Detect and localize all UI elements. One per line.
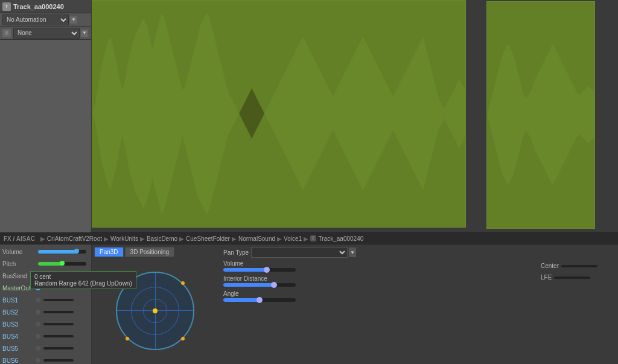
lfe-label: LFE [541,274,552,281]
volume-slider-thumb [264,267,270,273]
bus-send-row: BusSend 0dB [0,270,91,282]
tab-3d-positioning[interactable]: 3D Positioning [125,247,174,257]
volume-slider-fill [223,268,267,272]
bus3-slider[interactable] [43,323,74,325]
interior-dist-fill [223,283,274,287]
panner-marker-tl [126,281,129,285]
none-icon: ⊞ [2,29,11,37]
angle-slider-row [223,298,541,302]
center-slider[interactable] [561,265,597,267]
masterout-slider[interactable] [43,287,74,289]
bus3-dot[interactable] [36,322,40,327]
bus5-row: BUS5 [0,342,91,354]
center-controls: Pan3D 3D Positioning [92,244,218,364]
volume-slider-row [223,268,541,272]
breadcrumb-item-1: WorkUnits [110,235,138,242]
volume-slider[interactable] [38,250,86,254]
bus2-dot[interactable] [36,310,40,315]
pitch-thumb [60,261,65,266]
interior-dist-slider-bar[interactable] [223,283,296,287]
bus4-slider[interactable] [43,335,74,337]
waveform-svg-2 [487,2,594,228]
angle-slider-bar[interactable] [223,298,296,302]
pan-type-row: Pan Type ▼ [223,247,613,258]
waveform-area: aa000240.aif glass.wav [92,0,618,232]
bus1-label: BUS1 [2,297,36,304]
bus5-slider[interactable] [43,347,74,350]
right-panel: Pan Type ▼ Volume [218,244,618,364]
pitch-fill [38,262,62,266]
bus1-dot[interactable] [36,298,40,302]
breadcrumb-item-0: CriAtomCraftV2Root [47,235,102,242]
pan-type-dropdown-icon[interactable]: ▼ [349,247,356,257]
panner-marker-bl [126,337,129,340]
panner-dot[interactable] [153,308,158,313]
bus3-label: BUS3 [2,321,36,328]
bus4-label: BUS4 [2,333,36,340]
bus2-label: BUS2 [2,309,36,316]
lfe-slider[interactable] [554,276,590,279]
pan-type-label: Pan Type [223,249,249,256]
bus3-row: BUS3 [0,318,91,330]
track-icon: T [2,2,11,11]
bus-send-value: 0dB [37,273,46,279]
right-params: Volume Interior Distance [223,260,541,305]
masterout-label: MasterOut [2,285,36,292]
breadcrumb-item-5: Voice1 [284,235,302,242]
top-section: T Track_aa000240 No Automation ▼ ⊞ None … [0,0,618,232]
panner-circle[interactable] [116,272,194,350]
volume-slider-bar[interactable] [223,268,296,272]
bus-send-label: BusSend [2,273,36,279]
right-top: Volume Interior Distance [223,260,613,305]
automation-select[interactable]: No Automation [2,14,69,25]
track-name: Track_aa000240 [13,3,64,10]
volume-thumb [74,249,79,254]
track-content: aa000240.aif glass.wav [92,0,618,232]
clip-gap [467,0,485,232]
masterout-dot[interactable] [36,286,40,290]
pitch-row: Pitch 0 cent Random Range 642 (Drag UpDo… [0,258,91,270]
bus1-slider[interactable] [43,299,74,301]
pitch-label: Pitch [2,261,36,267]
none-select[interactable]: None [13,28,80,39]
interior-dist-slider-row [223,283,541,287]
waveform-clip-1[interactable]: aa000240.aif [92,0,466,228]
volume-fill [38,250,77,254]
left-panel: Volume Pitch 0 cent Random Range 642 (Dr… [0,244,92,364]
volume-param-name: Volume [223,260,541,267]
automation-dropdown-arrow[interactable]: ▼ [70,16,77,24]
bus1-row: BUS1 [0,294,91,306]
breadcrumb-item-2: BasicDemo [147,235,177,242]
panner-container[interactable] [94,260,216,362]
none-dropdown-arrow[interactable]: ▼ [81,30,88,37]
breadcrumb-prefix: FX / AISAC [4,235,35,242]
center-item: Center [541,263,606,269]
volume-param-group: Volume [223,260,541,272]
bus4-dot[interactable] [36,334,40,339]
right-center-lfe: Center LFE [541,260,613,305]
angle-name: Angle [223,290,541,297]
none-row: ⊞ None ▼ [0,27,91,40]
tab-pan3d[interactable]: Pan3D [94,247,124,257]
masterout-fill [43,287,62,289]
bus2-slider[interactable] [43,311,74,313]
breadcrumb-item-6: Track_aa000240 [319,235,364,242]
panner-marker-br [181,337,185,340]
waveform-clip-2[interactable]: glass.wav [486,1,595,229]
pan-type-select[interactable] [251,247,348,258]
angle-group: Angle [223,290,541,302]
breadcrumb-bar: FX / AISAC ▶ CriAtomCraftV2Root ▶ WorkUn… [0,232,618,244]
center-label: Center [541,263,559,269]
waveform-svg-1 [92,1,465,227]
angle-thumb [256,297,263,303]
bus5-dot[interactable] [36,346,40,351]
bus6-slider[interactable] [43,359,74,362]
pitch-slider[interactable] [38,262,86,266]
volume-row: Volume [0,246,91,258]
automation-row: No Automation ▼ [0,13,91,27]
bus6-dot[interactable] [36,358,40,363]
lfe-item: LFE [541,274,606,281]
interior-dist-thumb [271,282,277,288]
breadcrumb-item-4: NormalSound [238,235,275,242]
track-title-bar: T Track_aa000240 [0,0,91,13]
